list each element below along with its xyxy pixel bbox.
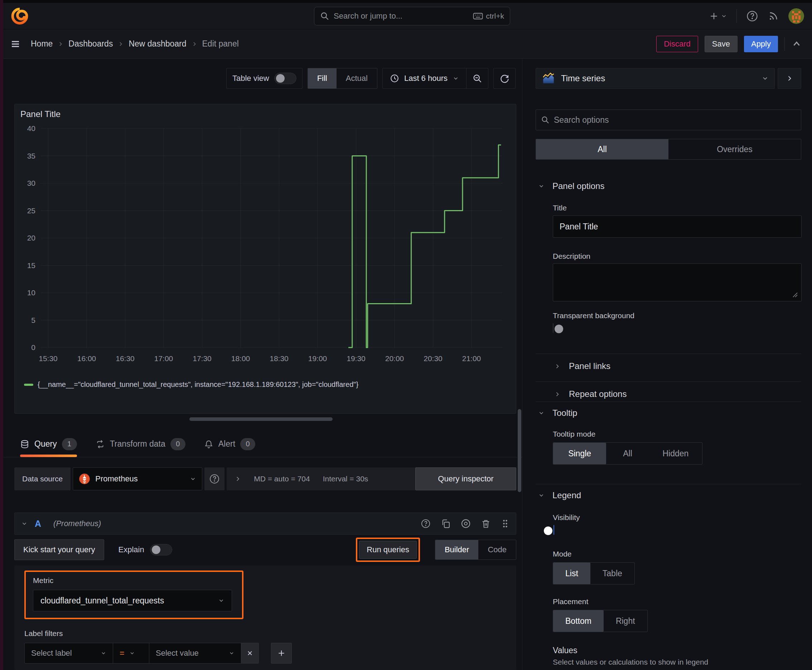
svg-text:25: 25 xyxy=(27,206,36,215)
select-value-dropdown[interactable]: Select value xyxy=(149,643,241,663)
panel-preview[interactable]: Panel Title 051015202530354015:3016:0016… xyxy=(14,104,516,414)
remove-filter-button[interactable] xyxy=(241,643,259,663)
tab-alert[interactable]: Alert 0 xyxy=(204,431,255,457)
legend-placement-label: Placement xyxy=(553,597,588,606)
user-avatar[interactable] xyxy=(788,8,804,24)
breadcrumb-new-dashboard[interactable]: New dashboard xyxy=(129,39,186,49)
delete-query-trash-icon[interactable] xyxy=(481,519,491,529)
viz-suggestions-button[interactable] xyxy=(778,68,801,89)
breadcrumb-dashboards[interactable]: Dashboards xyxy=(68,39,113,49)
operator-dropdown[interactable]: = xyxy=(113,643,149,663)
table-view-toggle[interactable] xyxy=(274,73,297,84)
discard-button[interactable]: Discard xyxy=(656,36,698,52)
kick-start-query-button[interactable]: Kick start your query xyxy=(14,540,104,560)
table-view-control: Table view xyxy=(226,68,303,89)
repeat-options-section[interactable]: Repeat options xyxy=(522,386,627,402)
panel-links-label: Panel links xyxy=(569,361,610,371)
transparent-bg-toggle[interactable] xyxy=(553,323,554,333)
add-filter-button[interactable] xyxy=(271,643,292,663)
options-search-input[interactable] xyxy=(554,115,796,125)
chart-legend[interactable]: {__name__="cloudflared_tunnel_total_requ… xyxy=(24,381,358,389)
tooltip-mode-label: Tooltip mode xyxy=(553,430,595,438)
legend-placement-bottom[interactable]: Bottom xyxy=(553,610,603,632)
svg-text:19:00: 19:00 xyxy=(308,354,327,362)
help-icon[interactable] xyxy=(746,10,758,22)
chevron-down-icon xyxy=(229,650,234,656)
series-legend-label[interactable]: {__name__="cloudflared_tunnel_total_requ… xyxy=(37,381,358,389)
breadcrumb-edit-panel: Edit panel xyxy=(202,39,239,49)
add-new-button[interactable] xyxy=(709,11,727,22)
search-shortcut: ctrl+k xyxy=(473,12,504,20)
chevron-down-icon[interactable] xyxy=(21,520,27,527)
collapse-up-icon[interactable] xyxy=(791,39,802,49)
actual-option[interactable]: Actual xyxy=(337,68,377,88)
tooltip-mode-all[interactable]: All xyxy=(606,443,649,464)
menu-hamburger-icon[interactable] xyxy=(10,39,21,49)
tooltip-mode-hidden[interactable]: Hidden xyxy=(649,443,702,464)
legend-mode-list[interactable]: List xyxy=(553,563,590,584)
save-button[interactable]: Save xyxy=(705,36,737,52)
hide-query-eye-icon[interactable] xyxy=(461,519,471,529)
query-inspector-button[interactable]: Query inspector xyxy=(415,467,516,490)
time-range-label: Last 6 hours xyxy=(404,74,448,83)
editor-tabs: Query 1 Transform data 0 Alert 0 xyxy=(0,431,522,457)
breadcrumb-home[interactable]: Home xyxy=(31,39,53,49)
tab-overrides[interactable]: Overrides xyxy=(668,139,801,159)
description-textarea[interactable] xyxy=(553,264,802,301)
legend-visibility-toggle[interactable] xyxy=(554,525,554,535)
left-pane-scrollbar[interactable] xyxy=(518,409,521,492)
news-rss-icon[interactable] xyxy=(768,10,779,22)
visualization-picker[interactable]: Time series xyxy=(536,68,775,89)
tooltip-section-title: Tooltip xyxy=(553,408,577,418)
time-series-viz-icon xyxy=(542,71,555,85)
panel-title-input[interactable] xyxy=(553,215,802,238)
tab-query-count: 1 xyxy=(62,438,77,450)
code-option[interactable]: Code xyxy=(478,540,516,559)
search-icon xyxy=(541,116,549,124)
tab-transform-data[interactable]: Transform data 0 xyxy=(96,431,185,457)
window-left-edge xyxy=(0,0,3,670)
resize-corner-icon[interactable] xyxy=(792,291,798,298)
breadcrumb: Home Dashboards New dashboard Edit panel xyxy=(31,39,239,49)
max-data-points-stat: MD = auto = 704 xyxy=(254,475,310,483)
svg-text:0: 0 xyxy=(31,343,36,352)
keyboard-icon xyxy=(473,12,483,20)
global-search[interactable]: ctrl+k xyxy=(314,7,510,25)
database-icon xyxy=(20,440,29,449)
grafana-logo-icon[interactable] xyxy=(11,7,29,25)
drag-handle-grip-icon[interactable] xyxy=(501,519,509,529)
query-row-header[interactable]: A (Prometheus) xyxy=(14,513,516,535)
legend-placement-right[interactable]: Right xyxy=(603,610,647,632)
options-search[interactable] xyxy=(536,110,801,130)
select-label-dropdown[interactable]: Select label xyxy=(24,643,113,663)
explain-toggle[interactable] xyxy=(150,544,172,555)
duplicate-query-icon[interactable] xyxy=(441,519,451,529)
fill-option[interactable]: Fill xyxy=(308,68,337,88)
datasource-help-button[interactable] xyxy=(204,467,224,490)
tab-query[interactable]: Query 1 xyxy=(20,431,77,457)
query-help-icon[interactable] xyxy=(421,519,431,529)
apply-button[interactable]: Apply xyxy=(744,36,778,52)
panel-links-section[interactable]: Panel links xyxy=(522,358,610,374)
builder-option[interactable]: Builder xyxy=(436,540,478,559)
panel-options-header[interactable]: Panel options xyxy=(522,181,604,191)
tab-all[interactable]: All xyxy=(536,139,668,159)
explain-label: Explain xyxy=(119,545,144,554)
time-range-picker[interactable]: Last 6 hours xyxy=(383,74,466,83)
refresh-button[interactable] xyxy=(493,68,515,89)
metric-select[interactable]: cloudflared_tunnel_total_requests xyxy=(33,590,232,611)
legend-mode-table[interactable]: Table xyxy=(590,563,634,584)
tooltip-mode-single[interactable]: Single xyxy=(553,443,606,464)
pane-resize-handle[interactable] xyxy=(190,417,332,421)
zoom-out-icon[interactable] xyxy=(466,68,488,88)
chevron-down-icon xyxy=(218,597,224,604)
tooltip-section-header[interactable]: Tooltip xyxy=(522,408,577,418)
legend-section-header[interactable]: Legend xyxy=(522,490,581,500)
tab-transform-label: Transform data xyxy=(110,439,165,449)
query-options-summary[interactable]: MD = auto = 704 Interval = 30s xyxy=(227,467,422,490)
datasource-picker[interactable]: Prometheus xyxy=(73,467,202,490)
global-search-input[interactable] xyxy=(334,12,469,21)
run-queries-button[interactable]: Run queries xyxy=(359,541,417,559)
chevron-right-icon xyxy=(554,391,560,397)
chevron-right-icon xyxy=(192,41,197,47)
